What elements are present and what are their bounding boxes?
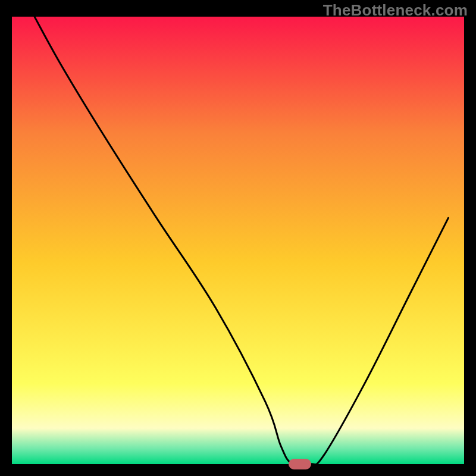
min-marker	[289, 459, 311, 469]
gradient-background	[12, 17, 464, 464]
chart-frame: TheBottleneck.com	[0, 0, 476, 476]
bottleneck-chart	[12, 17, 464, 464]
